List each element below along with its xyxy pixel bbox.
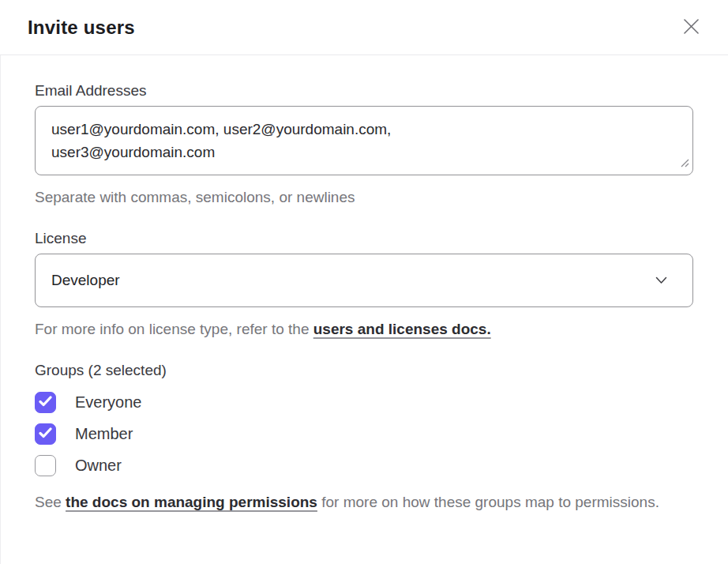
email-label: Email Addresses [35, 82, 693, 100]
users-licenses-docs-link[interactable]: users and licenses docs. [313, 321, 491, 337]
groups-label: Groups (2 selected) [35, 362, 693, 379]
group-label-member: Member [75, 425, 133, 443]
invite-users-dialog: Invite users Email Addresses user1@yourd… [0, 0, 728, 564]
group-label-owner: Owner [75, 457, 122, 475]
license-helper-text: For more info on license type, refer to … [35, 318, 693, 340]
checkmark-icon [39, 427, 52, 442]
groups-helper-prefix: See [35, 494, 66, 510]
license-field-group: License Developer For more info on licen… [35, 230, 693, 340]
dialog-header: Invite users [0, 0, 728, 55]
checkbox-member[interactable] [35, 423, 56, 445]
close-icon [682, 17, 700, 38]
group-option-owner[interactable]: Owner [35, 455, 693, 476]
email-addresses-input[interactable]: user1@yourdomain.com, user2@yourdomain.c… [35, 106, 693, 175]
email-field-group: Email Addresses user1@yourdomain.com, us… [35, 82, 693, 209]
checkbox-owner[interactable] [35, 455, 56, 476]
groups-field-group: Groups (2 selected) Everyone [35, 362, 693, 513]
checkbox-everyone[interactable] [35, 392, 56, 413]
checkmark-icon [39, 396, 52, 410]
license-selected-value: Developer [51, 272, 120, 289]
license-label: License [35, 230, 693, 247]
chevron-down-icon [655, 273, 667, 288]
license-select[interactable]: Developer [35, 254, 693, 307]
managing-permissions-docs-link[interactable]: the docs on managing permissions [66, 494, 317, 510]
email-helper-text: Separate with commas, semicolons, or new… [35, 186, 693, 209]
group-option-member[interactable]: Member [35, 423, 693, 445]
groups-helper-suffix: for more on how these groups map to perm… [317, 494, 659, 510]
close-button[interactable] [677, 14, 704, 41]
group-label-everyone: Everyone [75, 393, 142, 412]
groups-helper-text: See the docs on managing permissions for… [35, 491, 698, 513]
dialog-body: Email Addresses user1@yourdomain.com, us… [0, 55, 728, 564]
license-helper-prefix: For more info on license type, refer to … [35, 321, 313, 337]
group-option-everyone[interactable]: Everyone [35, 392, 693, 413]
dialog-title: Invite users [28, 17, 135, 39]
